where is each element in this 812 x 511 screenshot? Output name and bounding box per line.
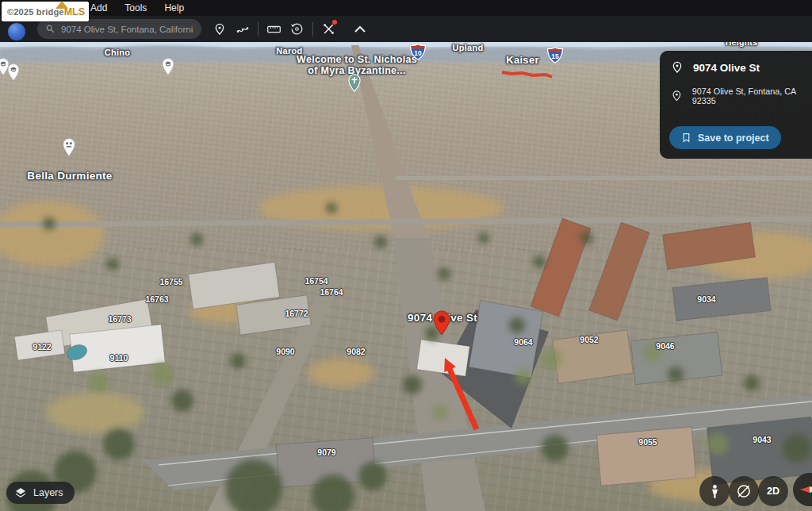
- building-roofs: [14, 218, 812, 487]
- menu-help[interactable]: Help: [155, 0, 193, 16]
- pointer-arrow: [444, 358, 477, 429]
- toolbar-divider: [312, 22, 313, 36]
- compass-needle-icon: [798, 478, 812, 501]
- app-header: Add Tools Help: [0, 0, 812, 42]
- sky-band: [0, 42, 812, 47]
- layers-icon: [14, 486, 27, 499]
- bookmark-icon: [681, 132, 691, 144]
- address-pin-icon: [671, 90, 683, 102]
- menu-bar: Add Tools Help: [0, 0, 812, 16]
- bridgemls-watermark: ©2025 bridgeMLS: [2, 2, 89, 21]
- measure-path-icon: [236, 23, 250, 36]
- school-pin[interactable]: [162, 58, 174, 79]
- kaiser-red-underline: [502, 72, 552, 77]
- save-to-project-button[interactable]: Save to project: [669, 126, 781, 149]
- search-icon: [45, 24, 56, 34]
- orbit-history-icon: [290, 22, 304, 36]
- pegman-icon: [708, 484, 722, 499]
- search-input[interactable]: [61, 25, 193, 34]
- location-pin-button[interactable]: [208, 17, 231, 40]
- tree-clusters: [6, 202, 811, 511]
- place-address: 9074 Olive St, Fontana, CA 92335: [692, 86, 812, 106]
- toolbar: [208, 17, 371, 40]
- measure-path-button[interactable]: [231, 17, 254, 40]
- mountain-logo-icon: [56, 1, 68, 9]
- toggle-2d-button[interactable]: 2D: [758, 476, 788, 506]
- notification-dot: [332, 20, 337, 25]
- search-bar[interactable]: [37, 19, 201, 39]
- toolbar-divider: [258, 22, 259, 36]
- lawns: [89, 343, 729, 455]
- pegman-street-view-button[interactable]: [699, 476, 730, 506]
- ruler-button[interactable]: [262, 17, 285, 40]
- park-pin[interactable]: [63, 138, 76, 159]
- tilt-view-button[interactable]: [729, 476, 759, 506]
- church-pin[interactable]: [348, 74, 362, 95]
- place-pin-icon: [671, 61, 684, 74]
- layers-button[interactable]: Layers: [6, 482, 75, 504]
- earth-logo[interactable]: [8, 23, 25, 40]
- ruler-icon: [267, 24, 281, 35]
- location-pin-icon: [213, 23, 226, 36]
- place-title: 9074 Olive St: [693, 62, 760, 74]
- school-pin[interactable]: [7, 63, 20, 84]
- drawing-tools-button[interactable]: [317, 17, 340, 40]
- menu-tools[interactable]: Tools: [116, 0, 155, 16]
- tilt-compass-icon: [736, 483, 752, 499]
- google-earth-window: ChinoNarodWelcome to St. Nicholas of Myr…: [0, 0, 812, 511]
- collapse-toolbar-button[interactable]: [348, 17, 371, 40]
- place-info-panel: 9074 Olive St 9074 Olive St, Fontana, CA…: [660, 51, 812, 159]
- orbit-history-button[interactable]: [285, 17, 308, 40]
- dirt-patches: [0, 186, 812, 501]
- target-red-pin[interactable]: [433, 310, 451, 339]
- map-urban-texture-foreground: [0, 248, 812, 511]
- chevron-up-icon: [354, 25, 366, 33]
